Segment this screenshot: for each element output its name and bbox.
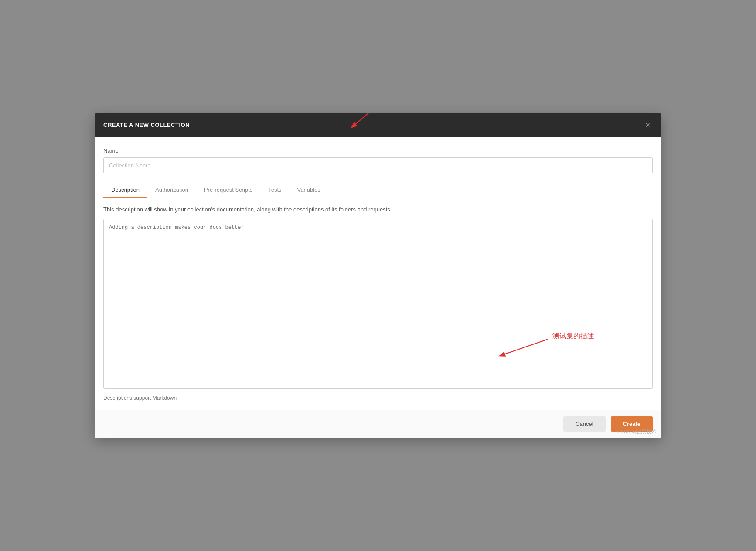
name-section: Name bbox=[103, 147, 653, 173]
tabs-row: Description Authorization Pre-request Sc… bbox=[103, 182, 653, 198]
dialog-header: CREATE A NEW COLLECTION × bbox=[95, 113, 661, 137]
tab-variables[interactable]: Variables bbox=[289, 182, 328, 198]
description-info-text: This description will show in your colle… bbox=[103, 205, 653, 214]
create-collection-dialog: CREATE A NEW COLLECTION × Name Descripti… bbox=[95, 113, 661, 438]
cancel-button[interactable]: Cancel bbox=[563, 416, 605, 432]
close-button[interactable]: × bbox=[643, 120, 653, 130]
dialog-body: Name Description Authorization Pre-reque… bbox=[95, 137, 661, 410]
dialog-title: CREATE A NEW COLLECTION bbox=[103, 122, 190, 128]
tab-pre-request-scripts[interactable]: Pre-request Scripts bbox=[196, 182, 260, 198]
tab-tests[interactable]: Tests bbox=[260, 182, 289, 198]
tab-authorization[interactable]: Authorization bbox=[147, 182, 196, 198]
tab-description[interactable]: Description bbox=[103, 182, 147, 198]
watermark: CSDN @浅羽技术 bbox=[617, 429, 656, 435]
collection-name-input[interactable] bbox=[103, 157, 653, 173]
dialog-footer: Cancel Create bbox=[95, 410, 661, 438]
description-textarea[interactable] bbox=[103, 219, 653, 389]
markdown-note: Descriptions support Markdown bbox=[103, 395, 653, 401]
name-label: Name bbox=[103, 147, 653, 154]
